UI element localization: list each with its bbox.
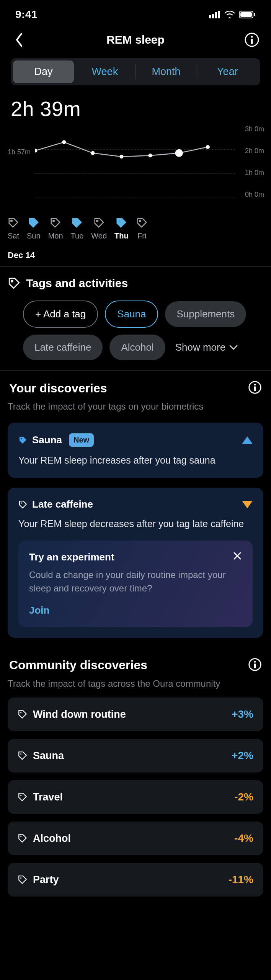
day-wed[interactable]: Wed — [91, 217, 107, 240]
svg-rect-3 — [218, 11, 220, 18]
discovery-card-sauna[interactable]: Sauna New Your REM sleep increases after… — [8, 423, 263, 478]
svg-point-15 — [91, 151, 95, 155]
experiment-title: Try an experiment — [29, 551, 242, 563]
community-row-alcohol[interactable]: Alcohol -4% — [8, 822, 263, 855]
info-icon — [248, 381, 262, 394]
tags-title: Tags and activities — [26, 277, 128, 290]
rem-chart[interactable]: 1h 57m 3h 0m 2h 0m 1h 0m 0h 0m — [8, 125, 267, 209]
tag-icon — [28, 217, 39, 229]
svg-rect-1 — [212, 14, 214, 18]
svg-point-21 — [31, 220, 33, 222]
tab-day[interactable]: Day — [13, 60, 74, 83]
tab-month[interactable]: Month — [136, 60, 197, 83]
status-indicators — [209, 11, 256, 18]
svg-point-27 — [11, 280, 13, 282]
tag-icon — [18, 436, 28, 445]
tag-icon — [50, 217, 61, 229]
tag-icon — [71, 217, 83, 229]
status-time: 9:41 — [15, 8, 38, 21]
metric-value: 2h 39m — [0, 85, 271, 125]
community-subtitle: Track the impact of tags across the Oura… — [8, 678, 263, 690]
info-button[interactable] — [243, 31, 260, 48]
chevron-down-icon — [229, 345, 238, 350]
battery-icon — [239, 11, 256, 18]
tag-icon — [18, 833, 28, 843]
page-header: REM sleep — [0, 24, 271, 58]
chart-svg — [35, 125, 237, 198]
tag-icon — [93, 217, 105, 229]
svg-point-18 — [175, 149, 183, 157]
chart-y-labels: 3h 0m 2h 0m 1h 0m 0h 0m — [245, 125, 264, 209]
tag-icon — [18, 709, 28, 719]
tab-week[interactable]: Week — [74, 60, 135, 83]
tab-year[interactable]: Year — [197, 60, 258, 83]
svg-rect-6 — [254, 13, 255, 16]
svg-point-19 — [206, 145, 210, 149]
community-value: +2% — [232, 750, 253, 762]
day-fri[interactable]: Fri — [136, 217, 148, 240]
community-row-sauna[interactable]: Sauna +2% — [8, 739, 263, 773]
svg-point-24 — [96, 220, 98, 222]
experiment-desc: Could a change in your daily routine imp… — [29, 568, 242, 595]
day-thu[interactable]: Thu — [114, 217, 129, 240]
chip-alcohol[interactable]: Alcohol — [109, 335, 165, 360]
discoveries-title: Your discoveries — [9, 381, 107, 395]
info-icon — [244, 32, 260, 47]
day-selector: SatSunMonTueWedThuFri — [0, 209, 271, 240]
svg-point-36 — [20, 712, 21, 713]
tag-icon — [8, 277, 21, 290]
svg-point-37 — [20, 753, 21, 755]
svg-point-38 — [20, 795, 21, 796]
day-tue[interactable]: Tue — [71, 217, 84, 240]
show-more-button[interactable]: Show more — [172, 335, 241, 360]
wifi-icon — [224, 11, 235, 18]
svg-point-16 — [119, 155, 123, 158]
discovery-card-late-caffeine[interactable]: Late caffeine Your REM sleep decreases a… — [8, 488, 263, 638]
tag-icon — [18, 500, 28, 509]
svg-point-14 — [62, 140, 66, 144]
community-info-button[interactable] — [248, 658, 262, 673]
day-sun[interactable]: Sun — [27, 217, 41, 240]
chip-late-caffeine[interactable]: Late caffeine — [23, 335, 103, 360]
page-title: REM sleep — [28, 33, 243, 46]
svg-point-8 — [251, 36, 253, 38]
discovery-desc: Your REM sleep decreases after you tag l… — [18, 517, 253, 531]
svg-point-31 — [21, 438, 22, 439]
tag-icon — [116, 217, 127, 229]
community-row-party[interactable]: Party -11% — [8, 863, 263, 897]
community-row-wind-down-routine[interactable]: Wind down routine +3% — [8, 697, 263, 731]
triangle-up-icon — [242, 436, 253, 444]
tag-icon — [136, 217, 148, 229]
community-title: Community discoveries — [9, 658, 147, 672]
info-icon — [248, 658, 262, 671]
experiment-close-button[interactable] — [231, 550, 243, 562]
day-sat[interactable]: Sat — [8, 217, 19, 240]
community-section: Community discoveries Track the impact o… — [0, 648, 271, 906]
date-label: Dec 14 — [0, 240, 271, 266]
day-mon[interactable]: Mon — [48, 217, 63, 240]
svg-point-13 — [35, 149, 37, 153]
cellular-icon — [209, 11, 220, 18]
svg-rect-9 — [251, 39, 253, 44]
back-button[interactable] — [11, 31, 28, 48]
svg-point-20 — [11, 220, 12, 222]
svg-point-25 — [119, 220, 120, 222]
svg-point-39 — [20, 836, 21, 837]
svg-rect-0 — [209, 15, 211, 18]
experiment-join-button[interactable]: Join — [29, 604, 49, 616]
chip-supplements[interactable]: Supplements — [165, 301, 246, 327]
chip-sauna[interactable]: Sauna — [105, 301, 158, 328]
svg-rect-35 — [254, 663, 256, 668]
svg-rect-30 — [254, 386, 256, 391]
discoveries-subtitle: Track the impact of your tags on your bi… — [8, 400, 263, 413]
community-value: -2% — [234, 791, 253, 803]
add-tag-button[interactable]: + Add a tag — [23, 301, 98, 328]
svg-point-23 — [75, 220, 76, 222]
svg-point-29 — [254, 384, 256, 386]
period-tabs: Day Week Month Year — [11, 58, 260, 85]
svg-point-26 — [139, 220, 141, 222]
tags-section: Tags and activities + Add a tag Sauna Su… — [0, 267, 271, 370]
discoveries-info-button[interactable] — [248, 381, 262, 396]
community-row-travel[interactable]: Travel -2% — [8, 780, 263, 814]
discoveries-section: Your discoveries Track the impact of you… — [0, 371, 271, 648]
